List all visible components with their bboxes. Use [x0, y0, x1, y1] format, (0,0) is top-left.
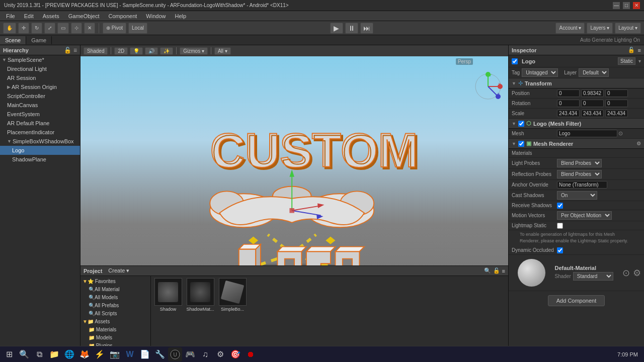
menu-file[interactable]: File — [2, 12, 19, 20]
close-button[interactable]: ✕ — [633, 2, 640, 9]
position-x[interactable] — [557, 89, 580, 97]
taskbar-record[interactable]: ⏺ — [244, 347, 258, 361]
taskview-button[interactable]: ⧉ — [32, 347, 46, 361]
tab-game[interactable]: Game — [26, 36, 52, 44]
layout-button[interactable]: Layout ▾ — [615, 23, 641, 34]
menu-help[interactable]: Help — [171, 12, 190, 20]
taskbar-unity[interactable]: U — [168, 347, 182, 361]
mesh-picker-icon[interactable]: ⊙ — [618, 130, 623, 137]
rotate-tool[interactable]: ↻ — [31, 23, 42, 34]
project-menu-icon[interactable]: ≡ — [502, 268, 505, 274]
receive-shadows-checkbox[interactable] — [557, 203, 563, 209]
menu-component[interactable]: Component — [104, 12, 141, 20]
hand-tool[interactable]: ✋ — [3, 23, 16, 34]
taskbar-camera[interactable]: 📷 — [108, 347, 122, 361]
gizmos-button[interactable]: Gizmos ▾ — [180, 47, 208, 55]
hierarchy-menu-icon[interactable]: ≡ — [73, 47, 77, 54]
taskbar-settings[interactable]: ⚙ — [213, 347, 227, 361]
inspector-lock-icon[interactable]: 🔓 — [628, 47, 635, 53]
all-scripts-item[interactable]: 🔍 All Scripts — [80, 309, 150, 317]
project-lock-icon[interactable]: 🔓 — [493, 267, 500, 274]
hierarchy-item-shadow-plane[interactable]: ShadowPlane — [0, 155, 80, 164]
search-button[interactable]: 🔍 — [17, 347, 31, 361]
favorites-section[interactable]: ▼ ⭐ Favorites — [80, 277, 150, 285]
custom-tool[interactable]: ✕ — [84, 23, 95, 34]
static-dropdown-arrow[interactable]: ▾ — [638, 58, 641, 64]
pause-button[interactable]: ⏸ — [345, 23, 358, 34]
minimize-button[interactable]: — — [613, 2, 620, 9]
audio-toggle[interactable]: 🔊 — [145, 47, 158, 55]
rotation-z[interactable] — [605, 100, 628, 107]
tab-scene[interactable]: Scene — [0, 36, 26, 44]
menu-gameobject[interactable]: GameObject — [64, 12, 104, 20]
hierarchy-item-ar-session-origin[interactable]: ▶ AR Session Origin — [0, 82, 80, 92]
hierarchy-item-directional-light[interactable]: Directional Light — [0, 64, 80, 73]
taskbar-word[interactable]: W — [123, 347, 137, 361]
hierarchy-item-script-controller[interactable]: ScriptController — [0, 92, 80, 101]
dynamic-occluded-checkbox[interactable] — [557, 247, 563, 253]
layers-button[interactable]: Layers ▾ — [587, 23, 613, 34]
shaded-button[interactable]: Shaded — [84, 47, 108, 55]
menu-edit[interactable]: Edit — [20, 12, 38, 20]
menu-assets[interactable]: Assets — [39, 12, 63, 20]
taskbar-firefox[interactable]: 🦊 — [77, 347, 92, 361]
mesh-field[interactable] — [557, 130, 617, 137]
taskbar-tools[interactable]: 🔧 — [153, 347, 167, 361]
pivot-button[interactable]: ⊕ Pivot — [103, 23, 126, 34]
taskbar-doc[interactable]: 📄 — [138, 347, 152, 361]
account-button[interactable]: Account ▾ — [555, 23, 585, 34]
lightmap-static-checkbox[interactable] — [557, 223, 563, 229]
hierarchy-item-main-canvas[interactable]: MainCanvas — [0, 101, 80, 110]
hierarchy-item-event-system[interactable]: EventSystem — [0, 110, 80, 119]
project-search-icon[interactable]: 🔍 — [484, 267, 491, 274]
static-badge[interactable]: Static — [618, 57, 635, 65]
asset-thumb-shadowmat[interactable]: ShadowMat... — [185, 278, 215, 312]
scale-z[interactable] — [605, 110, 628, 117]
rect-tool[interactable]: ▭ — [57, 23, 69, 34]
light-probes-dropdown[interactable]: Blend Probes — [557, 159, 602, 167]
rotation-x[interactable] — [557, 100, 580, 107]
start-button[interactable]: ⊞ — [2, 347, 16, 361]
transform-tool[interactable]: ⊹ — [71, 23, 82, 34]
2d-button[interactable]: 2D — [114, 47, 128, 55]
asset-thumb-simplebox[interactable]: SimpleBo... — [217, 278, 248, 312]
mesh-renderer-toggle[interactable] — [518, 141, 524, 147]
shader-dropdown[interactable]: Standard — [573, 272, 613, 281]
scale-tool[interactable]: ⤢ — [44, 23, 55, 34]
object-active-toggle[interactable] — [512, 58, 518, 64]
models-folder[interactable]: 📁 Models — [80, 333, 150, 341]
taskbar-edge[interactable]: 🌐 — [62, 347, 76, 361]
menu-window[interactable]: Window — [142, 12, 170, 20]
hierarchy-item-ar-session[interactable]: AR Session — [0, 73, 80, 82]
all-button[interactable]: All ▾ — [214, 47, 231, 55]
hierarchy-item-ar-default-plane[interactable]: AR Default Plane — [0, 119, 80, 128]
add-component-button[interactable]: Add Component — [548, 295, 605, 306]
taskbar-game[interactable]: 🎮 — [183, 347, 197, 361]
scale-y[interactable] — [581, 110, 604, 117]
hierarchy-scene[interactable]: ▼ SampleScene* — [0, 55, 80, 64]
inspector-menu-icon[interactable]: ≡ — [638, 47, 641, 53]
motion-vectors-dropdown[interactable]: Per Object Motion — [557, 211, 612, 220]
play-button[interactable]: ▶ — [330, 23, 343, 34]
move-tool[interactable]: ✛ — [18, 23, 29, 34]
step-button[interactable]: ⏭ — [360, 23, 373, 34]
materials-folder[interactable]: 📁 Materials — [80, 325, 150, 333]
hierarchy-item-logo[interactable]: Logo — [0, 146, 80, 155]
taskbar-music[interactable]: ♫ — [198, 347, 212, 361]
scale-x[interactable] — [557, 110, 580, 117]
layer-dropdown[interactable]: Default — [579, 68, 609, 77]
all-prefabs-item[interactable]: 🔍 All Prefabs — [80, 301, 150, 309]
scene-gizmo[interactable]: X Y Z — [473, 71, 503, 102]
hierarchy-item-placement-indicator[interactable]: PlacementIndicator — [0, 128, 80, 137]
reflection-probes-dropdown[interactable]: Blend Probes — [557, 170, 602, 178]
assets-section[interactable]: ▼ 📁 Assets — [80, 317, 150, 325]
lighting-toggle[interactable]: 💡 — [130, 47, 143, 55]
mesh-filter-toggle[interactable] — [518, 121, 524, 127]
taskbar-target[interactable]: 🎯 — [228, 347, 243, 361]
mesh-filter-section[interactable]: ▼ ⬡ Logo (Mesh Filter) — [509, 119, 644, 129]
maximize-button[interactable]: □ — [623, 2, 630, 9]
taskbar-explorer[interactable]: 📁 — [47, 347, 61, 361]
asset-thumb-shadow[interactable]: Shadow — [153, 278, 183, 312]
mesh-renderer-section[interactable]: ▼ ▣ Mesh Renderer ⚙ — [509, 139, 644, 149]
local-button[interactable]: Local — [128, 23, 147, 34]
